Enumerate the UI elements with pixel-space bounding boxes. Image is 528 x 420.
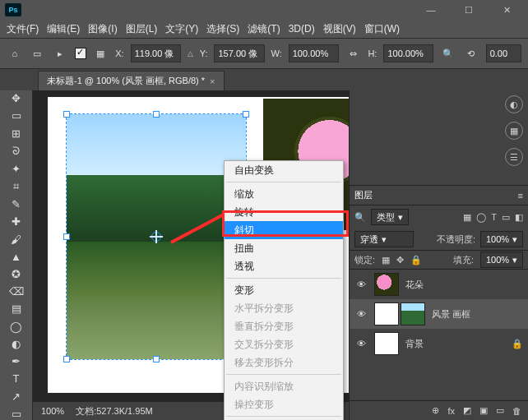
menu-edit[interactable]: 编辑(E) [47,22,80,36]
transform-tool-icon[interactable]: ▭ [30,45,46,62]
lasso-tool[interactable]: ᘐ [7,145,26,158]
menu-bar: 文件(F) 编辑(E) 图像(I) 图层(L) 文字(Y) 选择(S) 滤镜(T… [0,20,528,38]
zoom-level[interactable]: 100% [41,406,64,416]
reference-point-icon[interactable]: ▦ [93,45,109,62]
fill-field[interactable]: 100%▾ [480,252,523,268]
layer-row-background[interactable]: 👁 背景 🔒 [350,329,528,358]
menu-file[interactable]: 文件(F) [7,22,39,36]
filter-shape-icon[interactable]: ▭ [502,212,510,223]
ctx-free-transform[interactable]: 自由变换 [225,161,343,179]
wand-tool[interactable]: ✦ [7,163,26,175]
h-field[interactable]: 100.00% [383,44,433,62]
link-layers-icon[interactable]: ⊕ [432,405,439,416]
dodge-tool[interactable]: ◐ [7,338,26,350]
x-field[interactable]: 119.00 像 [131,44,181,62]
minimize-button[interactable]: — [415,5,447,16]
link-wh-icon[interactable]: ⇔ [345,45,362,62]
menu-view[interactable]: 视图(V) [323,22,356,36]
heal-tool[interactable]: ✚ [7,215,26,228]
menu-layer[interactable]: 图层(L) [126,22,158,36]
ctx-puppet-warp: 操控变形 [225,395,343,413]
filter-pixel-icon[interactable]: ▦ [463,212,471,223]
layer-name[interactable]: 花朵 [405,279,424,291]
path-tool[interactable]: ↗ [7,390,26,403]
ctx-distort[interactable]: 扭曲 [225,239,343,257]
filter-kind-select[interactable]: 类型▾ [371,209,409,225]
mask-icon[interactable]: ◩ [463,405,471,416]
shape-tool[interactable]: ▭ [7,408,26,420]
search-icon[interactable]: 🔍 [354,212,366,223]
y-field[interactable]: 157.00 像 [214,44,264,62]
angle-search-icon[interactable]: 🔍 [440,45,456,62]
lock-pixels-icon[interactable]: ▦ [382,255,390,265]
transform-center-icon [150,230,163,243]
eyedropper-tool[interactable]: ✎ [7,198,26,210]
toggle-icon[interactable]: ▸ [52,45,68,62]
menu-image[interactable]: 图像(I) [88,22,117,36]
eraser-tool[interactable]: ⌫ [7,285,26,298]
home-icon[interactable]: ⌂ [7,45,23,62]
ctx-warp[interactable]: 变形 [225,281,343,299]
filter-adjust-icon[interactable]: ◯ [476,212,486,223]
ctx-perspective[interactable]: 透视 [225,257,343,275]
pen-tool[interactable]: ✒ [7,355,26,367]
move-tool[interactable]: ✥ [7,92,26,104]
history-brush-tool[interactable]: ✪ [7,268,26,280]
blend-mode-select[interactable]: 穿透▾ [354,231,414,247]
handle-bottom-left[interactable] [63,356,70,362]
w-field[interactable]: 100.00% [289,44,339,62]
close-button[interactable]: ✕ [490,5,523,16]
maximize-button[interactable]: ☐ [452,5,485,16]
visibility-icon[interactable]: 👁 [354,339,368,348]
visibility-icon[interactable]: 👁 [354,279,368,289]
y-delta-icon[interactable]: △ [188,49,193,58]
type-tool[interactable]: T [7,372,26,385]
menu-3d[interactable]: 3D(D) [289,23,315,35]
color-panel-icon[interactable]: ◐ [505,95,523,113]
fx-icon[interactable]: fx [447,406,455,416]
filter-type-icon[interactable]: T [491,212,497,223]
document-tab[interactable]: 未标题-1 @ 100% (风景 画框, RGB/8) * × [38,71,225,90]
layer-row-frame[interactable]: 👁 风景 画框 [350,299,528,329]
new-layer-icon[interactable]: ▭ [496,405,504,416]
handle-top-left[interactable] [63,111,70,118]
angle-field[interactable]: 0.00 [486,44,521,62]
brush-tool[interactable]: 🖌 [7,233,26,245]
lock-all-icon[interactable]: 🔒 [410,255,422,265]
visibility-icon[interactable]: 👁 [354,309,368,319]
frame-tool[interactable]: ⊞ [7,127,26,139]
ctx-skew[interactable]: 斜切 [225,221,343,239]
handle-bottom-center[interactable] [153,356,160,362]
delete-layer-icon[interactable]: 🗑 [512,406,521,416]
tab-layers[interactable]: 图层 [354,189,373,201]
blur-tool[interactable]: ◯ [7,321,26,333]
document-tab-close[interactable]: × [210,76,215,86]
marquee-tool[interactable]: ▭ [7,109,26,122]
layer-row-flowers[interactable]: 👁 花朵 [350,270,528,299]
filter-smart-icon[interactable]: ◧ [515,212,523,223]
opacity-field[interactable]: 100%▾ [480,231,523,247]
swatches-panel-icon[interactable]: ▦ [505,122,523,140]
landscape-frame[interactable] [66,113,247,360]
handle-mid-left[interactable] [63,233,70,240]
ctx-rotate[interactable]: 旋转 [225,203,343,221]
layer-name[interactable]: 背景 [405,338,424,350]
y-label: Y: [200,48,208,58]
lock-position-icon[interactable]: ✥ [396,255,404,265]
menu-type[interactable]: 文字(Y) [165,22,198,36]
menu-select[interactable]: 选择(S) [206,22,239,36]
gradient-tool[interactable]: ▤ [7,302,26,315]
panel-menu-icon[interactable]: ≡ [518,191,523,201]
handle-top-right[interactable] [243,111,249,118]
libraries-panel-icon[interactable]: ☰ [505,148,523,166]
menu-filter[interactable]: 滤镜(T) [248,22,280,36]
new-group-icon[interactable]: ▣ [479,405,488,416]
crop-tool[interactable]: ⌗ [7,180,26,193]
show-transform-checkbox[interactable] [75,48,86,59]
layer-name[interactable]: 风景 画框 [432,308,470,321]
ctx-scale[interactable]: 缩放 [225,185,343,203]
menu-window[interactable]: 窗口(W) [364,22,400,36]
stamp-tool[interactable]: ▲ [7,251,26,263]
lock-icon[interactable]: 🔒 [512,339,523,349]
handle-top-center[interactable] [153,111,160,118]
